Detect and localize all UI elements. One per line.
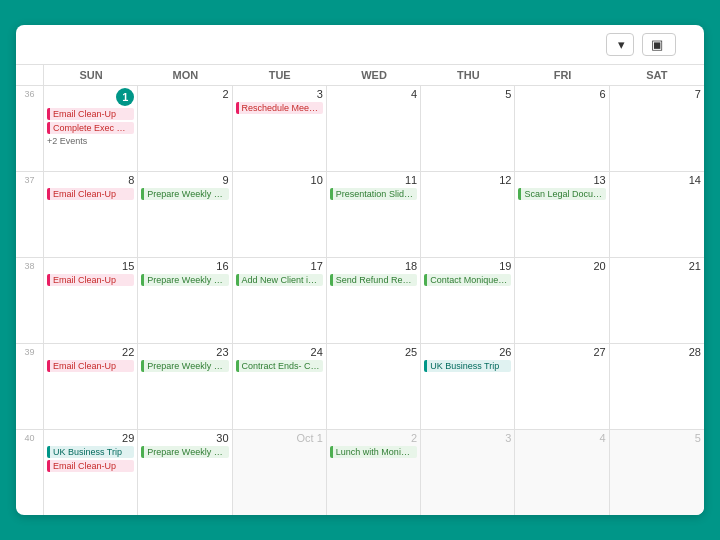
- week-number: 37: [16, 172, 44, 257]
- day-number: 5: [613, 432, 701, 444]
- calendar-grid: Sun Mon Tue Wed Thu Fri Sat 361Email Cle…: [16, 65, 704, 515]
- calendar-event[interactable]: Complete Exec Repor: [47, 122, 134, 134]
- calendar-cell[interactable]: 14: [610, 172, 704, 257]
- calendar-event[interactable]: Email Clean-Up: [47, 108, 134, 120]
- day-number: 7: [613, 88, 701, 100]
- calendar-cell[interactable]: 24Contract Ends- Cyber: [233, 344, 327, 429]
- calendar-event[interactable]: Email Clean-Up: [47, 188, 134, 200]
- week-number: 36: [16, 86, 44, 171]
- calendar-event[interactable]: Add New Client info i: [236, 274, 323, 286]
- calendar-cell[interactable]: 11Presentation Slide - D: [327, 172, 421, 257]
- day-number: 4: [518, 432, 605, 444]
- calendar-event[interactable]: Contact Monique- Bu: [424, 274, 511, 286]
- calendar-cell[interactable]: 27: [515, 344, 609, 429]
- day-header-mon: Mon: [138, 65, 232, 85]
- calendar-cell[interactable]: 22Email Clean-Up: [44, 344, 138, 429]
- calendar-cell[interactable]: 9Prepare Weekly Expe: [138, 172, 232, 257]
- day-number: 16: [141, 260, 228, 272]
- week-number: 39: [16, 344, 44, 429]
- calendar-cell[interactable]: 5: [610, 430, 704, 515]
- calendar-cell[interactable]: 23Prepare Weekly Expe: [138, 344, 232, 429]
- calendar-cell[interactable]: 5: [421, 86, 515, 171]
- day-number: 19: [424, 260, 511, 272]
- calendar-event[interactable]: Presentation Slide - D: [330, 188, 417, 200]
- today-button[interactable]: [42, 43, 50, 47]
- calendar-event[interactable]: Reschedule Meetings: [236, 102, 323, 114]
- day-number: 30: [141, 432, 228, 444]
- calendar-cell[interactable]: 18Send Refund Request: [327, 258, 421, 343]
- day-header-tue: Tue: [233, 65, 327, 85]
- day-number: 18: [330, 260, 417, 272]
- calendar-cell[interactable]: 17Add New Client info i: [233, 258, 327, 343]
- calendar-cell[interactable]: 26UK Business Trip: [421, 344, 515, 429]
- calendar-event[interactable]: +2 Events: [47, 136, 134, 146]
- day-number: 25: [330, 346, 417, 358]
- calendar-cell[interactable]: 2: [138, 86, 232, 171]
- week-number: 38: [16, 258, 44, 343]
- day-number: 29: [47, 432, 134, 444]
- calendar-event[interactable]: Prepare Weekly Expe: [141, 188, 228, 200]
- calendar-cell[interactable]: 29UK Business TripEmail Clean-Up: [44, 430, 138, 515]
- week-row: 3815Email Clean-Up16Prepare Weekly Expe1…: [16, 258, 704, 344]
- day-number: 9: [141, 174, 228, 186]
- calendar-cell[interactable]: 21: [610, 258, 704, 343]
- calendar-cell[interactable]: 4: [515, 430, 609, 515]
- calendar-cell[interactable]: 30Prepare Weekly Expe: [138, 430, 232, 515]
- day-number: 13: [518, 174, 605, 186]
- calendar-event[interactable]: Email Clean-Up: [47, 460, 134, 472]
- calendar-cell[interactable]: 10: [233, 172, 327, 257]
- calendar-container: ▾ ▣ Sun Mon Tue Wed Thu Fri Sat 361Email…: [16, 25, 704, 515]
- day-number: 27: [518, 346, 605, 358]
- calendar-cell[interactable]: 7: [610, 86, 704, 171]
- week-row: 3922Email Clean-Up23Prepare Weekly Expe2…: [16, 344, 704, 430]
- calendar-cell[interactable]: 25: [327, 344, 421, 429]
- calendar-body: 361Email Clean-UpComplete Exec Repor+2 E…: [16, 86, 704, 515]
- day-number: 1: [116, 88, 134, 106]
- chevron-down-icon: ▾: [618, 37, 625, 52]
- day-number: 22: [47, 346, 134, 358]
- calendar-event[interactable]: Prepare Weekly Expe: [141, 274, 228, 286]
- calendar-cell[interactable]: 15Email Clean-Up: [44, 258, 138, 343]
- calendar-event[interactable]: Send Refund Request: [330, 274, 417, 286]
- calendar-event[interactable]: UK Business Trip: [47, 446, 134, 458]
- calendar-cell[interactable]: 1Email Clean-UpComplete Exec Repor+2 Eve…: [44, 86, 138, 171]
- day-number: 4: [330, 88, 417, 100]
- calendar-cell[interactable]: Oct 1: [233, 430, 327, 515]
- week-number: 40: [16, 430, 44, 515]
- calendar-cell[interactable]: 6: [515, 86, 609, 171]
- calendar-event[interactable]: UK Business Trip: [424, 360, 511, 372]
- calendar-cell[interactable]: 2Lunch with Monique: [327, 430, 421, 515]
- day-number: 14: [613, 174, 701, 186]
- day-number: 10: [236, 174, 323, 186]
- month-dropdown-button[interactable]: ▾: [606, 33, 634, 56]
- day-header-wed: Wed: [327, 65, 421, 85]
- day-number: 11: [330, 174, 417, 186]
- day-number: 17: [236, 260, 323, 272]
- toolbar-left: [28, 43, 598, 47]
- calendar-event[interactable]: Prepare Weekly Expe: [141, 446, 228, 458]
- day-number: 2: [330, 432, 417, 444]
- day-number: 23: [141, 346, 228, 358]
- calendar-cell[interactable]: 8Email Clean-Up: [44, 172, 138, 257]
- week-num-header: [16, 65, 44, 85]
- calendar-cell[interactable]: 28: [610, 344, 704, 429]
- yet-to-respond-button[interactable]: ▣: [642, 33, 676, 56]
- calendar-event[interactable]: Email Clean-Up: [47, 360, 134, 372]
- calendar-cell[interactable]: 3: [421, 430, 515, 515]
- calendar-event[interactable]: Prepare Weekly Expe: [141, 360, 228, 372]
- calendar-cell[interactable]: 12: [421, 172, 515, 257]
- day-header-sat: Sat: [610, 65, 704, 85]
- calendar-cell[interactable]: 13Scan Legal Document: [515, 172, 609, 257]
- calendar-event[interactable]: Contract Ends- Cyber: [236, 360, 323, 372]
- day-number: 5: [424, 88, 511, 100]
- calendar-cell[interactable]: 16Prepare Weekly Expe: [138, 258, 232, 343]
- calendar-cell[interactable]: 3Reschedule Meetings: [233, 86, 327, 171]
- calendar-cell[interactable]: 4: [327, 86, 421, 171]
- calendar-event[interactable]: Scan Legal Document: [518, 188, 605, 200]
- calendar-event[interactable]: Email Clean-Up: [47, 274, 134, 286]
- calendar-event[interactable]: Lunch with Monique: [330, 446, 417, 458]
- day-number: 24: [236, 346, 323, 358]
- week-row: 378Email Clean-Up9Prepare Weekly Expe101…: [16, 172, 704, 258]
- calendar-cell[interactable]: 20: [515, 258, 609, 343]
- calendar-cell[interactable]: 19Contact Monique- Bu: [421, 258, 515, 343]
